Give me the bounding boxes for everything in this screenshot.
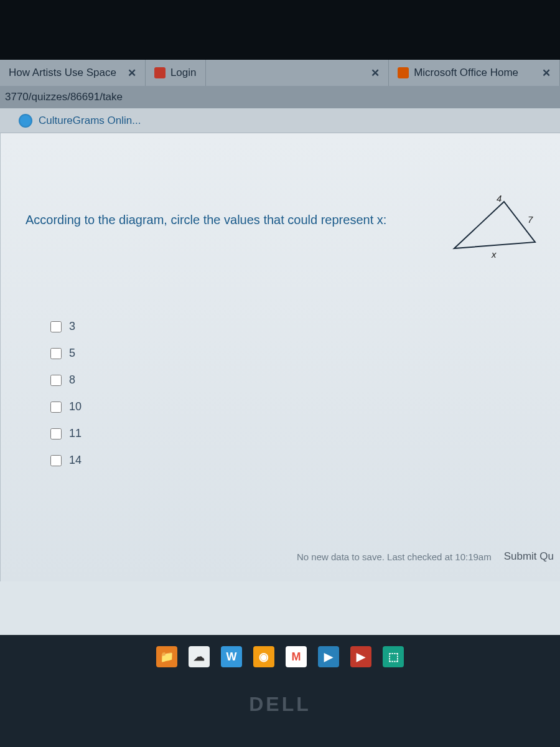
tab-login[interactable]: Login [146, 60, 206, 86]
dell-logo: DELL [0, 693, 560, 716]
option-label: 8 [69, 374, 75, 387]
close-icon[interactable]: ✕ [128, 67, 136, 80]
tab-label: How Artists Use Space [9, 67, 116, 79]
option-11[interactable]: 11 [50, 427, 541, 440]
option-label: 5 [69, 347, 75, 360]
close-icon[interactable]: ✕ [371, 67, 380, 80]
tab-microsoft[interactable]: Microsoft Office Home ✕ [389, 60, 560, 86]
gmail-icon[interactable]: M [286, 646, 307, 667]
tab-label: Microsoft Office Home [414, 67, 518, 79]
quiz-footer: No new data to save. Last checked at 10:… [297, 550, 554, 563]
option-10[interactable]: 10 [50, 400, 541, 413]
chrome-icon[interactable]: ◉ [253, 646, 274, 667]
save-status: No new data to save. Last checked at 10:… [297, 552, 492, 562]
cloud-icon[interactable]: ☁ [189, 646, 210, 667]
close-icon[interactable]: ✕ [542, 67, 551, 80]
quiz-page: According to the diagram, circle the val… [0, 133, 560, 581]
checkbox[interactable] [50, 321, 62, 332]
answer-options: 3 5 8 10 11 14 [50, 320, 541, 467]
checkbox[interactable] [50, 375, 62, 386]
favicon-icon [398, 67, 409, 78]
windows-taskbar: 📁 ☁ W ◉ M ▶ ▶ ⬚ [0, 641, 560, 672]
option-label: 11 [69, 427, 82, 440]
app-icon[interactable]: ⬚ [383, 646, 404, 667]
option-label: 14 [69, 454, 82, 467]
address-bar[interactable]: 3770/quizzes/86691/take [0, 86, 560, 108]
triangle-label-bottom: x [492, 249, 497, 260]
file-explorer-icon[interactable]: 📁 [156, 646, 177, 667]
tab-close-spacer[interactable]: ✕ [356, 60, 389, 86]
triangle-label-top: 4 [497, 193, 502, 204]
triangle-label-right: 7 [528, 214, 533, 225]
option-3[interactable]: 3 [50, 320, 541, 333]
option-5[interactable]: 5 [50, 347, 541, 360]
checkbox[interactable] [50, 402, 62, 413]
question-text: According to the diagram, circle the val… [26, 195, 437, 227]
triangle-diagram: 4 7 x [448, 195, 541, 264]
favicon-icon [154, 67, 166, 78]
app-icon[interactable]: ▶ [350, 646, 371, 667]
svg-marker-0 [454, 202, 535, 248]
globe-icon [19, 114, 32, 128]
option-label: 3 [69, 320, 75, 333]
option-14[interactable]: 14 [50, 454, 541, 467]
checkbox[interactable] [50, 428, 62, 439]
bookmark-item[interactable]: CultureGrams Onlin... [39, 115, 141, 127]
bookmarks-bar: CultureGrams Onlin... [0, 108, 560, 133]
question-row: According to the diagram, circle the val… [26, 195, 541, 264]
word-icon[interactable]: W [221, 646, 242, 667]
app-icon[interactable]: ▶ [318, 646, 339, 667]
submit-button[interactable]: Submit Qu [504, 550, 554, 563]
tab-artists[interactable]: How Artists Use Space ✕ [0, 60, 146, 86]
checkbox[interactable] [50, 348, 62, 359]
checkbox[interactable] [50, 455, 62, 466]
browser-tabs: How Artists Use Space ✕ Login ✕ Microsof… [0, 60, 560, 86]
option-label: 10 [69, 400, 82, 413]
monitor-bezel-top [0, 0, 560, 60]
tab-label: Login [170, 67, 197, 79]
option-8[interactable]: 8 [50, 374, 541, 387]
url-text: 3770/quizzes/86691/take [5, 91, 123, 103]
